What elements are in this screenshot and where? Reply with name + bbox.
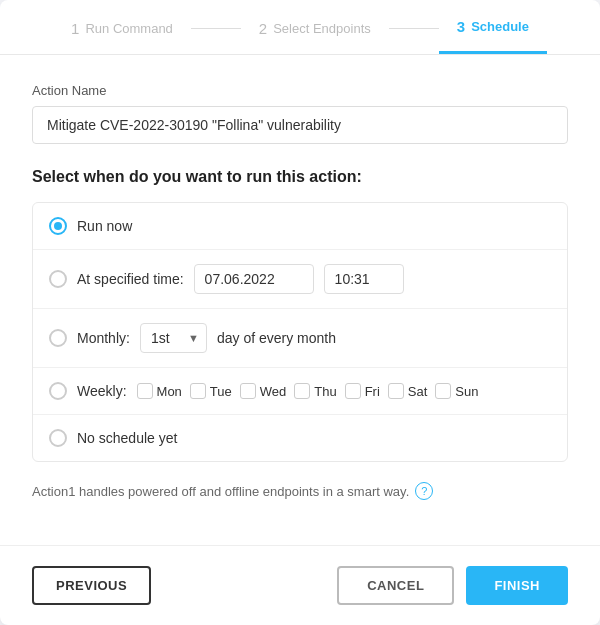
specified-time-label: At specified time: (77, 271, 184, 287)
day-sat[interactable]: Sat (388, 383, 428, 399)
monthly-row[interactable]: Monthly: 1st 2nd 3rd 4th Last ▼ day of e… (33, 309, 567, 368)
step-2-number: 2 (259, 20, 267, 37)
mon-label: Mon (157, 384, 182, 399)
no-schedule-label: No schedule yet (77, 430, 177, 446)
step-1[interactable]: 1 Run Command (53, 20, 191, 53)
previous-button[interactable]: PREVIOUS (32, 566, 151, 605)
info-text: Action1 handles powered off and offline … (32, 484, 409, 499)
tue-checkbox[interactable] (190, 383, 206, 399)
day-mon[interactable]: Mon (137, 383, 182, 399)
no-schedule-radio[interactable] (49, 429, 67, 447)
sun-checkbox[interactable] (435, 383, 451, 399)
sat-label: Sat (408, 384, 428, 399)
monthly-suffix: day of every month (217, 330, 336, 346)
schedule-options: Run now At specified time: Monthly: 1st … (32, 202, 568, 462)
weekly-radio[interactable] (49, 382, 67, 400)
wed-checkbox[interactable] (240, 383, 256, 399)
thu-checkbox[interactable] (294, 383, 310, 399)
day-thu[interactable]: Thu (294, 383, 336, 399)
monthly-day-select-wrap: 1st 2nd 3rd 4th Last ▼ (140, 323, 207, 353)
weekly-days: Mon Tue Wed Thu (137, 383, 479, 399)
no-schedule-row[interactable]: No schedule yet (33, 415, 567, 461)
action-name-input[interactable] (32, 106, 568, 144)
help-icon[interactable]: ? (415, 482, 433, 500)
form-content: Action Name Select when do you want to r… (0, 55, 600, 521)
mon-checkbox[interactable] (137, 383, 153, 399)
step-1-label: Run Command (85, 21, 172, 36)
step-divider-2 (389, 28, 439, 29)
step-3[interactable]: 3 Schedule (439, 18, 547, 54)
info-row: Action1 handles powered off and offline … (32, 482, 568, 500)
run-now-row[interactable]: Run now (33, 203, 567, 250)
monthly-radio[interactable] (49, 329, 67, 347)
cancel-button[interactable]: CANCEL (337, 566, 454, 605)
step-3-label: Schedule (471, 19, 529, 34)
specified-time-row[interactable]: At specified time: (33, 250, 567, 309)
run-now-label: Run now (77, 218, 132, 234)
day-fri[interactable]: Fri (345, 383, 380, 399)
footer: PREVIOUS CANCEL FINISH (0, 545, 600, 625)
stepper: 1 Run Command 2 Select Endpoints 3 Sched… (0, 0, 600, 55)
specified-time-radio[interactable] (49, 270, 67, 288)
tue-label: Tue (210, 384, 232, 399)
sat-checkbox[interactable] (388, 383, 404, 399)
modal-container: 1 Run Command 2 Select Endpoints 3 Sched… (0, 0, 600, 625)
thu-label: Thu (314, 384, 336, 399)
date-input[interactable] (194, 264, 314, 294)
weekly-row[interactable]: Weekly: Mon Tue Wed (33, 368, 567, 415)
monthly-label: Monthly: (77, 330, 130, 346)
run-now-radio[interactable] (49, 217, 67, 235)
day-tue[interactable]: Tue (190, 383, 232, 399)
finish-button[interactable]: FINISH (466, 566, 568, 605)
action-name-label: Action Name (32, 83, 568, 98)
time-input[interactable] (324, 264, 404, 294)
section-title: Select when do you want to run this acti… (32, 168, 568, 186)
footer-right: CANCEL FINISH (337, 566, 568, 605)
monthly-day-select[interactable]: 1st 2nd 3rd 4th Last (140, 323, 207, 353)
step-2-label: Select Endpoints (273, 21, 371, 36)
step-3-number: 3 (457, 18, 465, 35)
fri-label: Fri (365, 384, 380, 399)
day-wed[interactable]: Wed (240, 383, 287, 399)
step-1-number: 1 (71, 20, 79, 37)
wed-label: Wed (260, 384, 287, 399)
step-2[interactable]: 2 Select Endpoints (241, 20, 389, 53)
step-divider-1 (191, 28, 241, 29)
day-sun[interactable]: Sun (435, 383, 478, 399)
weekly-label: Weekly: (77, 383, 127, 399)
action-name-field: Action Name (32, 83, 568, 144)
sun-label: Sun (455, 384, 478, 399)
fri-checkbox[interactable] (345, 383, 361, 399)
